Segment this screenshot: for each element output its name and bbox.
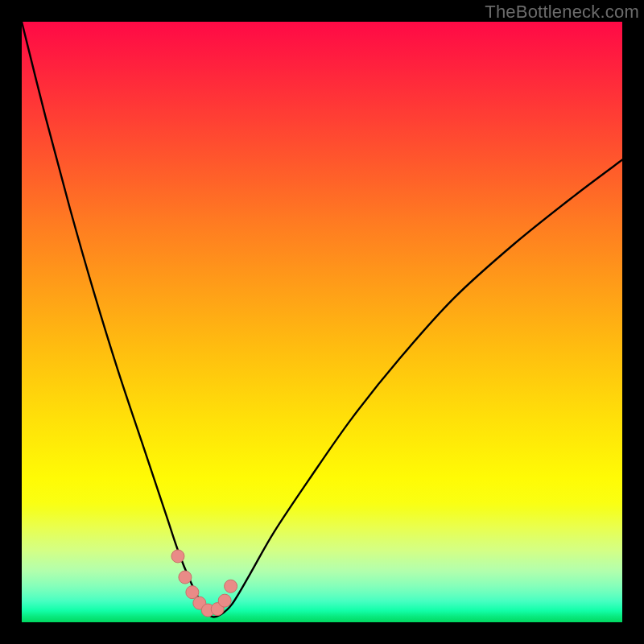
highlight-dot — [186, 586, 199, 599]
highlight-dot — [218, 594, 231, 607]
highlight-markers — [171, 550, 237, 617]
bottleneck-curve — [22, 22, 622, 617]
outer-frame: TheBottleneck.com — [0, 0, 644, 644]
highlight-dot — [179, 571, 192, 584]
highlight-dot — [225, 580, 237, 592]
watermark-text: TheBottleneck.com — [485, 2, 639, 23]
curve-layer — [22, 22, 622, 622]
highlight-dot — [171, 550, 184, 563]
plot-area — [22, 22, 622, 622]
